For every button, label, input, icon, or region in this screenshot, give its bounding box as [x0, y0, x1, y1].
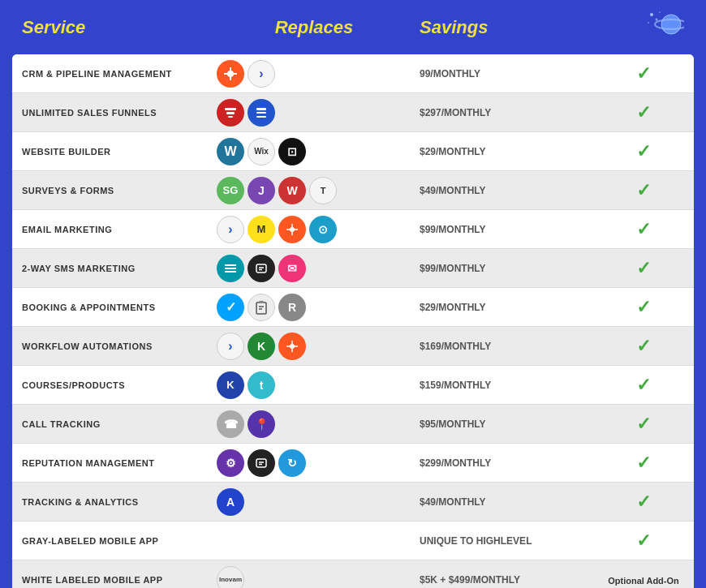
header-replaces: Replaces — [217, 17, 411, 38]
savings-amount: $95/MONTHLY — [411, 418, 603, 430]
squarespace-logo: ⊡ — [278, 138, 306, 165]
check-icon: ✓ — [636, 491, 651, 512]
service-name: CRM & PIPELINE MANAGEMENT — [22, 69, 217, 79]
birdeye-logo: ⚙ — [217, 449, 244, 477]
service-name: TRACKING & ANALYTICS — [22, 497, 217, 507]
check-icon: ✓ — [636, 375, 651, 395]
check-cell: ✓ — [603, 336, 684, 357]
check-cell: ✓ — [603, 297, 684, 318]
check-cell: ✓ — [603, 258, 684, 279]
surveygizmo-logo: SG — [217, 177, 244, 204]
replaces-logos: W Wix ⊡ — [217, 138, 411, 165]
check-icon: ✓ — [636, 63, 651, 84]
check-cell: ✓ — [603, 414, 684, 435]
svg-point-18 — [290, 227, 295, 232]
slicktext-logo — [217, 255, 244, 282]
replaces-logos: ✉ — [217, 255, 411, 282]
check-cell: ✓ — [603, 141, 684, 162]
savings-amount: $297/MONTHLY — [411, 107, 603, 118]
kajabi-logo: K — [217, 371, 244, 399]
svg-rect-12 — [225, 108, 236, 110]
check-cell: ✓ — [603, 63, 684, 84]
svg-rect-15 — [256, 108, 266, 110]
main-container: Service Replaces Savings CRM & PIPELINE … — [12, 0, 694, 588]
eztexting-logo — [248, 255, 275, 282]
clickfunnels-logo — [217, 99, 244, 127]
check-cell: ✓ — [603, 491, 684, 513]
check-cell: ✓ — [603, 530, 684, 552]
service-name: WEBSITE BUILDER — [22, 147, 217, 157]
savings-amount: $29/MONTHLY — [411, 302, 603, 313]
check-icon: ✓ — [636, 141, 651, 161]
table-row: UNLIMITED SALES FUNNELS $297/MONTHLY ✓ — [12, 93, 694, 132]
savings-amount: $169/MONTHLY — [411, 341, 603, 352]
svg-point-6 — [659, 11, 661, 13]
table-row: WEBSITE BUILDER W Wix ⊡ $29/MONTHLY ✓ — [12, 132, 694, 171]
svg-rect-26 — [256, 264, 266, 273]
service-name: CALL TRACKING — [22, 419, 217, 429]
broadly-logo: ↻ — [278, 449, 306, 477]
check-cell: ✓ — [603, 102, 684, 123]
svg-point-3 — [650, 13, 653, 16]
table-row: REPUTATION MANAGEMENT ⚙ ↻ $299/MONTHLY ✓ — [12, 444, 694, 483]
jotform-logo: J — [248, 177, 275, 204]
check-icon: ✓ — [636, 219, 651, 239]
check-cell: ✓ — [603, 375, 684, 396]
svg-rect-13 — [226, 112, 235, 114]
replaces-logos: ⚙ ↻ — [217, 449, 411, 477]
teachable-logo: t — [248, 371, 275, 399]
hubspot-logo3 — [278, 333, 306, 360]
check-icon: ✓ — [636, 336, 651, 356]
check-icon: ✓ — [636, 180, 651, 200]
replaces-logos: › — [217, 60, 411, 88]
replaces-logos: Inovam — [217, 566, 411, 588]
hubspot-logo — [217, 60, 244, 88]
svg-rect-27 — [256, 303, 266, 314]
table-row: CRM & PIPELINE MANAGEMENT › 99/MONTHLY ✓ — [12, 54, 694, 93]
agencyanalytics-logo: A — [217, 488, 244, 516]
check-icon: ✓ — [636, 297, 651, 317]
service-name: COURSES/PRODUCTS — [22, 380, 217, 390]
replaces-logos: › K — [217, 333, 411, 360]
check-cell: ✓ — [603, 453, 684, 474]
table-row: TRACKING & ANALYTICS A $49/MONTHLY ✓ — [12, 483, 694, 521]
service-name: REPUTATION MANAGEMENT — [22, 458, 217, 468]
services-table: CRM & PIPELINE MANAGEMENT › 99/MONTHLY ✓… — [12, 54, 694, 588]
activecampaign-logo2: › — [217, 333, 244, 360]
header-service: Service — [22, 17, 217, 38]
acuity-logo — [248, 294, 275, 321]
savings-amount: UNIQUE TO HIGHLEVEL — [411, 535, 603, 547]
simpletexting-logo: ✉ — [278, 255, 306, 282]
hubspot-logo2 — [278, 216, 306, 243]
svg-rect-28 — [259, 301, 264, 303]
savings-amount: $29/MONTHLY — [411, 146, 603, 157]
wufoo-logo: W — [278, 177, 306, 204]
replaces-logos: A — [217, 488, 411, 516]
typeform-logo: T — [309, 177, 337, 204]
service-name: WHITE LABELED MOBILE APP — [22, 575, 217, 585]
calendly-logo: ✓ — [217, 294, 244, 321]
replaces-logos: SG J W T — [217, 177, 411, 204]
savings-amount: $159/MONTHLY — [411, 380, 603, 391]
constantcontact-logo: ⊙ — [309, 216, 337, 243]
check-icon: ✓ — [636, 530, 651, 551]
table-header: Service Replaces Savings — [12, 0, 694, 54]
svg-rect-14 — [228, 116, 233, 118]
check-cell: ✓ — [603, 180, 684, 201]
header-savings: Savings — [411, 17, 619, 38]
table-row: BOOKING & APPOINTMENTS ✓ R $29/MONTHLY ✓ — [12, 288, 694, 327]
replaces-logos: K t — [217, 371, 411, 399]
savings-amount: 99/MONTHLY — [411, 68, 603, 79]
check-icon: ✓ — [636, 102, 651, 122]
table-row: 2-WAY SMS MARKETING ✉ $99/MONTHLY ✓ — [12, 249, 694, 288]
service-name: EMAIL MARKETING — [22, 225, 217, 234]
wix-logo: Wix — [248, 138, 275, 165]
savings-amount: $299/MONTHLY — [411, 457, 603, 469]
replaces-logos — [217, 99, 411, 127]
table-row: COURSES/PRODUCTS K t $159/MONTHLY ✓ — [12, 366, 694, 405]
reminderly-logo: R — [278, 294, 306, 321]
service-name: 2-WAY SMS MARKETING — [22, 264, 217, 273]
svg-point-31 — [290, 344, 295, 349]
callrail-logo: ☎ — [217, 410, 244, 438]
activecampaign-logo: › — [217, 216, 244, 243]
